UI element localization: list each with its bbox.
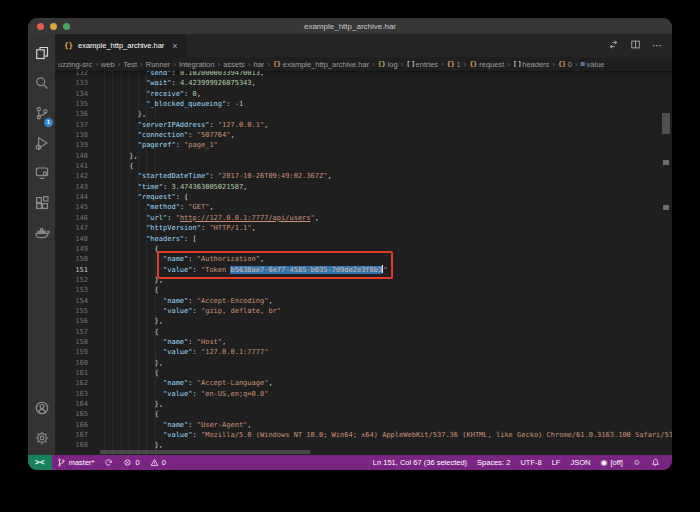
line-number[interactable]: 141 bbox=[55, 161, 104, 171]
code-line[interactable]: 156 }, bbox=[55, 316, 672, 326]
code-line[interactable]: 136 }, bbox=[55, 109, 672, 119]
status-indentation[interactable]: Spaces: 2 bbox=[472, 455, 515, 470]
breadcrumb-item-uzzing-src[interactable]: uzzing-src bbox=[58, 60, 92, 69]
code-line[interactable]: 158 "name": "Host", bbox=[55, 337, 672, 347]
code-line[interactable]: 167 "value": "Mozilla/5.0 (Windows NT 10… bbox=[55, 430, 672, 440]
code-line[interactable]: 165 { bbox=[55, 409, 672, 419]
code-line[interactable]: 146 "url": "http://127.0.0.1:7777/api/us… bbox=[55, 213, 672, 223]
line-number[interactable]: 165 bbox=[55, 409, 104, 419]
line-number[interactable]: 147 bbox=[55, 223, 104, 233]
status-cursor-position[interactable]: Ln 151, Col 67 (36 selected) bbox=[368, 455, 472, 470]
breadcrumb-item-log[interactable]: {}log bbox=[378, 60, 398, 69]
line-number[interactable]: 167 bbox=[55, 430, 104, 440]
activity-bar-item-docker[interactable] bbox=[28, 220, 55, 250]
breadcrumb-item-test[interactable]: Test bbox=[123, 60, 137, 69]
status-screencast-mode[interactable]: ◉[off] bbox=[595, 455, 627, 470]
status-git-branch[interactable]: master* bbox=[52, 455, 100, 470]
line-number[interactable]: 134 bbox=[55, 89, 104, 99]
code-line[interactable]: 137 "serverIPAddress": "127.0.0.1", bbox=[55, 120, 672, 130]
activity-bar-item-search[interactable] bbox=[28, 70, 55, 100]
breadcrumb-item-example-http-archive-har[interactable]: {}example_http_archive.har bbox=[273, 60, 369, 69]
line-number[interactable]: 154 bbox=[55, 296, 104, 306]
code-line[interactable]: 147 "httpVersion": "HTTP/1.1", bbox=[55, 223, 672, 233]
tab-example-http-archive[interactable]: {} example_http_archive.har × bbox=[55, 34, 187, 57]
breadcrumb-item-entries[interactable]: [ ]entries bbox=[406, 60, 438, 69]
status-warnings[interactable]: 0 bbox=[145, 455, 171, 470]
code-line[interactable]: 148 "headers": [ bbox=[55, 234, 672, 244]
breadcrumb-item-har[interactable]: har bbox=[254, 60, 265, 69]
line-number[interactable]: 146 bbox=[55, 213, 104, 223]
breadcrumb-item-1[interactable]: {}1 bbox=[447, 60, 461, 69]
activity-bar-item-settings[interactable] bbox=[28, 425, 55, 455]
code-line[interactable]: 157 { bbox=[55, 327, 672, 337]
line-number[interactable]: 166 bbox=[55, 420, 104, 430]
line-number[interactable]: 135 bbox=[55, 99, 104, 109]
code-line[interactable]: 155 "value": "gzip, deflate, br" bbox=[55, 306, 672, 316]
code-line[interactable]: 143 "time": 3.474363005021587, bbox=[55, 182, 672, 192]
code-line[interactable]: 142 "startedDateTime": "2017-10-26T09:49… bbox=[55, 171, 672, 181]
code-line[interactable]: 141 { bbox=[55, 161, 672, 171]
status-sync-status[interactable] bbox=[99, 455, 118, 470]
breadcrumb-item-headers[interactable]: [ ]headers bbox=[513, 60, 549, 69]
activity-bar-item-remote-explorer[interactable] bbox=[28, 160, 55, 190]
line-number[interactable]: 143 bbox=[55, 182, 104, 192]
code-line[interactable]: 164 }, bbox=[55, 399, 672, 409]
activity-bar-item-explorer[interactable] bbox=[28, 40, 55, 70]
code-line[interactable]: 139 "pageref": "page_1" bbox=[55, 140, 672, 150]
editor[interactable]: 132 "send": 0.10200000339470013,133 "wai… bbox=[55, 71, 672, 455]
code-line[interactable]: 134 "receive": 0, bbox=[55, 89, 672, 99]
activity-bar-item-extensions[interactable] bbox=[28, 190, 55, 220]
line-number[interactable]: 137 bbox=[55, 120, 104, 130]
status-remote-indicator[interactable]: >< bbox=[28, 455, 52, 470]
line-number[interactable]: 136 bbox=[55, 109, 104, 119]
code-line[interactable]: 166 "name": "User-Agent", bbox=[55, 420, 672, 430]
line-number[interactable]: 160 bbox=[55, 358, 104, 368]
code-line[interactable]: 140 }, bbox=[55, 151, 672, 161]
more-actions-icon[interactable]: ⋯ bbox=[652, 41, 662, 51]
line-number[interactable]: 139 bbox=[55, 140, 104, 150]
code-line[interactable]: 132 "send": 0.10200000339470013, bbox=[55, 71, 672, 78]
status-encoding[interactable]: UTF-8 bbox=[515, 455, 546, 470]
line-number[interactable]: 140 bbox=[55, 151, 104, 161]
breadcrumb-item-web[interactable]: web bbox=[101, 60, 115, 69]
breadcrumb-item-value[interactable]: ⊞value bbox=[581, 60, 605, 69]
vertical-scrollbar[interactable] bbox=[661, 71, 672, 455]
status-eol[interactable]: LF bbox=[547, 455, 566, 470]
line-number[interactable]: 157 bbox=[55, 327, 104, 337]
line-number[interactable]: 145 bbox=[55, 202, 104, 212]
line-number[interactable]: 159 bbox=[55, 347, 104, 357]
breadcrumb-item-integration[interactable]: Integration bbox=[179, 60, 214, 69]
breadcrumb-item-request[interactable]: {}request bbox=[469, 60, 504, 69]
line-number[interactable]: 149 bbox=[55, 244, 104, 254]
line-number[interactable]: 163 bbox=[55, 389, 104, 399]
code-line[interactable]: 133 "wait": 4.423999926075343, bbox=[55, 78, 672, 88]
code-line[interactable]: 162 "name": "Accept-Language", bbox=[55, 378, 672, 388]
code-line[interactable]: 161 { bbox=[55, 368, 672, 378]
breadcrumb-item-runner[interactable]: Runner bbox=[146, 60, 171, 69]
code-line[interactable]: 154 "name": "Accept-Encoding", bbox=[55, 296, 672, 306]
line-number[interactable]: 155 bbox=[55, 306, 104, 316]
breadcrumb-item-assets[interactable]: assets bbox=[223, 60, 245, 69]
code-line[interactable]: 153 { bbox=[55, 285, 672, 295]
code-line[interactable]: 163 "value": "en-US,en;q=0.8" bbox=[55, 389, 672, 399]
vertical-scrollbar-thumb[interactable] bbox=[662, 113, 670, 134]
line-number[interactable]: 151 bbox=[55, 265, 104, 275]
activity-bar-item-run-and-debug[interactable] bbox=[28, 130, 55, 160]
status-notifications[interactable] bbox=[646, 455, 665, 470]
status-errors[interactable]: 0 bbox=[118, 455, 144, 470]
line-number[interactable]: 132 bbox=[55, 71, 104, 78]
line-number[interactable]: 133 bbox=[55, 78, 104, 88]
code-line[interactable]: 138 "connection": "507764", bbox=[55, 130, 672, 140]
line-number[interactable]: 142 bbox=[55, 171, 104, 181]
line-number[interactable]: 162 bbox=[55, 378, 104, 388]
line-number[interactable]: 150 bbox=[55, 254, 104, 264]
code-line[interactable]: 159 "value": "127.0.0.1:7777" bbox=[55, 347, 672, 357]
line-number[interactable]: 153 bbox=[55, 285, 104, 295]
code-line[interactable]: 144 "request": { bbox=[55, 192, 672, 202]
line-number[interactable]: 138 bbox=[55, 130, 104, 140]
breadcrumb-item-0[interactable]: {}0 bbox=[558, 60, 572, 69]
line-number[interactable]: 156 bbox=[55, 316, 104, 326]
code-line[interactable]: 135 "_blocked_queueing": -1 bbox=[55, 99, 672, 109]
minimize-window-button[interactable] bbox=[50, 23, 57, 30]
line-number[interactable]: 144 bbox=[55, 192, 104, 202]
